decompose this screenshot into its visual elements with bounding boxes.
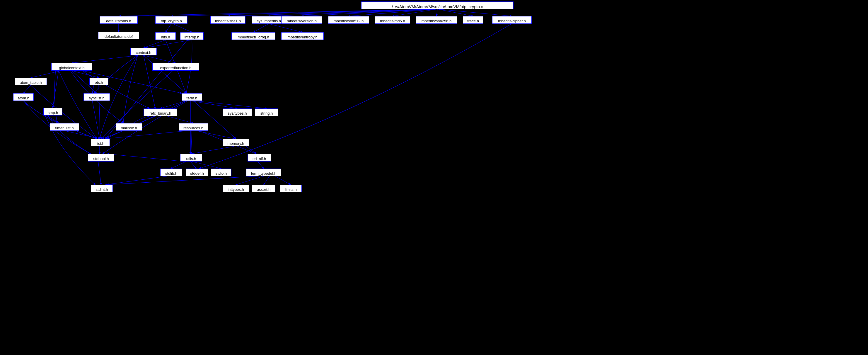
node-otp_crypto_h[interactable]: otp_crypto.h bbox=[155, 16, 187, 24]
svg-line-23 bbox=[53, 71, 59, 108]
node-mbedtls_version_h[interactable]: mbedtls/version.h bbox=[281, 16, 322, 24]
svg-line-27 bbox=[92, 101, 100, 139]
node-mbedtls_sha256_h[interactable]: mbedtls/sha256.h bbox=[416, 16, 457, 24]
node-defaultatoms_def[interactable]: defaultatoms.def bbox=[98, 32, 139, 39]
node-mailbox_h[interactable]: mailbox.h bbox=[116, 123, 142, 131]
node-refc_binary_h[interactable]: refc_binary.h bbox=[144, 109, 177, 116]
node-utils_h[interactable]: utils.h bbox=[180, 154, 202, 161]
node-timer_list_h[interactable]: timer_list.h bbox=[50, 123, 79, 131]
svg-line-47 bbox=[98, 161, 101, 185]
node-stdbool_h[interactable]: stdbool.h bbox=[88, 154, 114, 161]
svg-line-10 bbox=[165, 24, 172, 32]
svg-line-48 bbox=[105, 176, 167, 185]
node-mbedtls_sha512_h[interactable]: mbedtls/sha512.h bbox=[328, 16, 369, 24]
node-stdint_h[interactable]: stdint.h bbox=[91, 185, 113, 192]
node-stdlib_h[interactable]: stdlib.h bbox=[160, 169, 182, 176]
svg-line-49 bbox=[107, 176, 258, 185]
node-atom_table_h[interactable]: atom_table.h bbox=[14, 78, 47, 85]
title-node: /_w/AtomVM/AtomVM/src/libAtomVM/otp_cryp… bbox=[361, 1, 514, 9]
svg-line-19 bbox=[31, 71, 62, 78]
node-inttypes_h[interactable]: inttypes.h bbox=[223, 185, 249, 192]
node-erl_nif_h[interactable]: erl_nif.h bbox=[248, 154, 271, 161]
svg-line-11 bbox=[173, 24, 192, 32]
svg-line-37 bbox=[191, 131, 192, 154]
node-stdio_h[interactable]: stdio.h bbox=[211, 169, 231, 176]
node-resources_h[interactable]: resources.h bbox=[179, 123, 208, 131]
node-stddef_h[interactable]: stddef.h bbox=[186, 169, 208, 176]
node-synclist_h[interactable]: synclist.h bbox=[84, 93, 110, 101]
node-ets_h[interactable]: ets.h bbox=[89, 78, 108, 85]
node-mbedtls_sha1_h[interactable]: mbedtls/sha1.h bbox=[210, 16, 246, 24]
node-assert_h[interactable]: assert.h bbox=[252, 185, 275, 192]
node-mbedtls_md5_h[interactable]: mbedtls/md5.h bbox=[375, 16, 410, 24]
node-nifs_h[interactable]: nifs.h bbox=[155, 32, 176, 40]
node-list_h[interactable]: list.h bbox=[91, 139, 110, 146]
svg-line-53 bbox=[64, 131, 100, 139]
node-sys_mbedtls_h[interactable]: sys_mbedtls.h bbox=[252, 16, 286, 24]
svg-line-42 bbox=[107, 154, 185, 161]
svg-line-14 bbox=[269, 24, 302, 32]
node-mbedtls_ctr_drbg_h[interactable]: mbedtls/ctr_drbg.h bbox=[231, 32, 275, 40]
node-memory_h[interactable]: memory.h bbox=[223, 139, 249, 146]
svg-line-50 bbox=[236, 176, 264, 185]
node-smp_h[interactable]: smp.h bbox=[43, 108, 62, 116]
svg-line-13 bbox=[253, 24, 269, 32]
svg-line-31 bbox=[193, 101, 236, 139]
node-globalcontext_h[interactable]: globalcontext.h bbox=[51, 63, 92, 71]
node-context_h[interactable]: context.h bbox=[130, 48, 157, 55]
node-trace_h[interactable]: trace.h bbox=[463, 16, 483, 24]
svg-line-43 bbox=[171, 161, 186, 169]
svg-line-35 bbox=[107, 131, 187, 139]
node-string_h[interactable]: string.h bbox=[255, 109, 278, 116]
node-term_h[interactable]: term.h bbox=[182, 93, 202, 101]
svg-line-17 bbox=[72, 55, 138, 63]
node-term_typedef_h[interactable]: term_typedef.h bbox=[246, 169, 281, 176]
svg-line-24 bbox=[24, 85, 31, 93]
node-atom_h[interactable]: atom.h bbox=[13, 93, 34, 101]
graph-container: /_w/AtomVM/AtomVM/src/libAtomVM/otp_cryp… bbox=[0, 0, 868, 355]
node-mbedtls_entropy_h[interactable]: mbedtls/entropy.h bbox=[281, 32, 324, 40]
node-mbedtls_cipher_h[interactable]: mbedtls/cipher.h bbox=[492, 16, 532, 24]
svg-line-16 bbox=[145, 40, 192, 48]
svg-line-52 bbox=[275, 176, 290, 185]
svg-line-15 bbox=[144, 40, 165, 48]
node-limits_h[interactable]: limits.h bbox=[280, 185, 302, 192]
node-sys_types_h[interactable]: sys/types.h bbox=[223, 109, 252, 116]
svg-line-0 bbox=[119, 9, 437, 16]
node-exportedfunction_h[interactable]: exportedfunction.h bbox=[152, 63, 199, 71]
node-interop_h[interactable]: interop.h bbox=[180, 32, 204, 40]
node-defaultatoms_h[interactable]: defaultatoms.h bbox=[100, 16, 138, 24]
svg-line-51 bbox=[264, 176, 270, 185]
svg-line-28 bbox=[160, 101, 186, 109]
